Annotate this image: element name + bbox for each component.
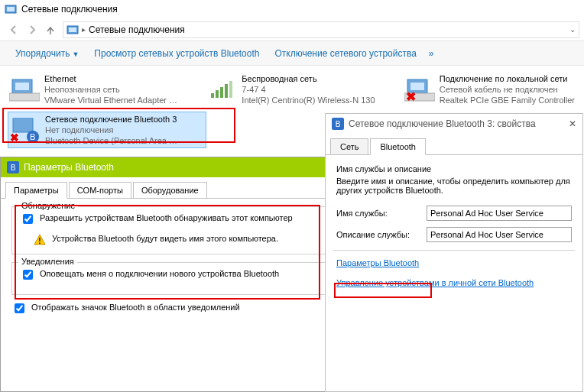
warning-icon: ! (34, 234, 46, 246)
link-bt-params[interactable]: Параметры Bluetooth (336, 258, 419, 267)
label-service-desc: Описание службы: (336, 230, 420, 239)
checkbox-tray-icon[interactable] (15, 303, 24, 313)
breadcrumb-text: Сетевые подключения (89, 24, 185, 35)
dialog-body: Обнаружение Разрешить устройствам Blueto… (1, 199, 360, 328)
warning-text: Устройства Bluetooth будут видеть имя эт… (52, 234, 278, 243)
svg-text:✖: ✖ (406, 90, 416, 103)
connection-lan[interactable]: ✖ Подключение по локальной сети Сетевой … (403, 72, 576, 107)
chevron-right-icon: ▸ (82, 25, 86, 34)
chevron-down-icon[interactable]: ⌄ (569, 25, 576, 34)
connection-status: Сетевой кабель не подключен (440, 84, 575, 95)
properties-tabs: Сеть Bluetooth (326, 134, 582, 155)
group-notifications: Уведомления Оповещать меня о подключении… (11, 262, 349, 295)
connection-bluetooth[interactable]: B ✖ Сетевое подключение Bluetooth 3 Нет … (8, 112, 206, 148)
connection-row-1: Ethernet Неопознанная сеть VMware Virtua… (8, 72, 576, 107)
divider (333, 250, 575, 251)
svg-rect-6 (9, 93, 40, 101)
network-connections-icon (5, 3, 17, 15)
properties-title: Сетевое подключение Bluetooth 3: свойств… (349, 118, 536, 129)
properties-body: Имя службы и описание Введите имя и опис… (326, 155, 582, 296)
tab-network[interactable]: Сеть (330, 138, 368, 154)
svg-rect-11 (229, 81, 232, 98)
network-connections-icon (67, 24, 79, 36)
wifi-icon (206, 73, 237, 104)
titlebar: Сетевые подключения (0, 0, 584, 18)
connection-status: 7-47 4 (242, 84, 375, 95)
up-button[interactable] (41, 21, 60, 39)
dialog-tabs: Параметры COM-порты Оборудование (1, 177, 360, 199)
properties-window: B Сетевое подключение Bluetooth 3: свойс… (325, 113, 583, 392)
checkbox-notify-connect[interactable] (23, 270, 33, 280)
lan-icon: ✖ (404, 73, 435, 104)
svg-rect-10 (225, 84, 228, 98)
svg-rect-5 (15, 83, 29, 90)
svg-rect-13 (410, 83, 424, 90)
checkbox-label: Отображать значок Bluetooth в области ув… (31, 303, 240, 312)
properties-titlebar: B Сетевое подключение Bluetooth 3: свойс… (326, 114, 582, 134)
bluetooth-icon: B (7, 161, 19, 173)
ethernet-icon (9, 73, 40, 104)
chevron-down-icon: ▼ (72, 50, 79, 58)
tab-bluetooth[interactable]: Bluetooth (370, 138, 425, 155)
input-service-name[interactable] (427, 206, 572, 221)
connection-ethernet[interactable]: Ethernet Неопознанная сеть VMware Virtua… (8, 72, 200, 107)
toolbar: Упорядочить▼ Просмотр сетевых устройств … (0, 41, 584, 66)
group-legend: Обнаружение (18, 201, 78, 210)
connection-status: Неопознанная сеть (44, 84, 177, 95)
link-manage-pan[interactable]: Управление устройствами в личной сети Bl… (336, 278, 534, 287)
svg-rect-7 (211, 93, 214, 98)
connection-name: Ethernet (44, 73, 177, 84)
breadcrumb[interactable]: ▸ Сетевые подключения ⌄ (63, 21, 579, 38)
back-button[interactable] (5, 21, 23, 39)
view-bt-devices-button[interactable]: Просмотр сетевых устройств Bluetooth (86, 45, 267, 62)
forward-button[interactable] (23, 21, 41, 39)
connection-wifi[interactable]: Беспроводная сеть 7-47 4 Intel(R) Centri… (205, 72, 397, 107)
window-title: Сетевые подключения (21, 4, 118, 15)
tab-parameters[interactable]: Параметры (5, 182, 67, 199)
connection-device: Realtek PCIe GBE Family Controller (440, 95, 575, 105)
organize-button[interactable]: Упорядочить▼ (8, 45, 86, 62)
svg-text:B: B (30, 132, 35, 141)
group-legend: Уведомления (18, 257, 77, 266)
connection-name: Беспроводная сеть (242, 73, 375, 84)
svg-text:✖: ✖ (10, 131, 19, 144)
navbar: ▸ Сетевые подключения ⌄ (0, 18, 584, 41)
checkbox-allow-discovery[interactable] (23, 214, 33, 224)
section-heading: Имя службы и описание (336, 164, 572, 173)
bluetooth-adapter-icon: B ✖ (10, 114, 41, 144)
section-hint: Введите имя и описание, чтобы определить… (336, 177, 572, 195)
input-service-desc[interactable] (427, 227, 572, 242)
svg-rect-8 (216, 90, 219, 98)
toolbar-overflow[interactable]: » (424, 48, 439, 59)
svg-rect-16 (13, 118, 33, 132)
svg-rect-3 (69, 28, 76, 32)
bluetooth-settings-dialog: B Параметры Bluetooth ✕ Параметры COM-по… (0, 157, 361, 392)
bluetooth-icon: B (332, 118, 344, 130)
disable-device-button[interactable]: Отключение сетевого устройства (267, 45, 423, 62)
connection-status: Нет подключения (45, 125, 177, 135)
svg-rect-1 (7, 7, 15, 11)
connection-device: Intel(R) Centrino(R) Wireless-N 130 (242, 95, 375, 105)
svg-text:!: ! (38, 237, 41, 245)
connection-name: Сетевое подключение Bluetooth 3 (45, 114, 177, 125)
connection-device: VMware Virtual Ethernet Adapter … (44, 95, 177, 105)
group-discovery: Обнаружение Разрешить устройствам Blueto… (11, 206, 349, 254)
row-service-name: Имя службы: (336, 206, 572, 221)
row-service-desc: Описание службы: (336, 227, 572, 242)
connection-device: Bluetooth Device (Personal Area … (45, 135, 177, 146)
dialog-titlebar: B Параметры Bluetooth ✕ (1, 157, 360, 177)
dialog-title: Параметры Bluetooth (24, 162, 114, 173)
tab-com-ports[interactable]: COM-порты (69, 182, 131, 198)
checkbox-label: Разрешить устройствам Bluetooth обнаружи… (40, 213, 293, 222)
close-button[interactable]: ✕ (569, 118, 576, 129)
label-service-name: Имя службы: (336, 209, 420, 218)
connection-name: Подключение по локальной сети (440, 73, 575, 84)
svg-rect-9 (220, 87, 223, 98)
checkbox-label: Оповещать меня о подключении нового устр… (40, 269, 279, 278)
tab-hardware[interactable]: Оборудование (133, 182, 207, 198)
